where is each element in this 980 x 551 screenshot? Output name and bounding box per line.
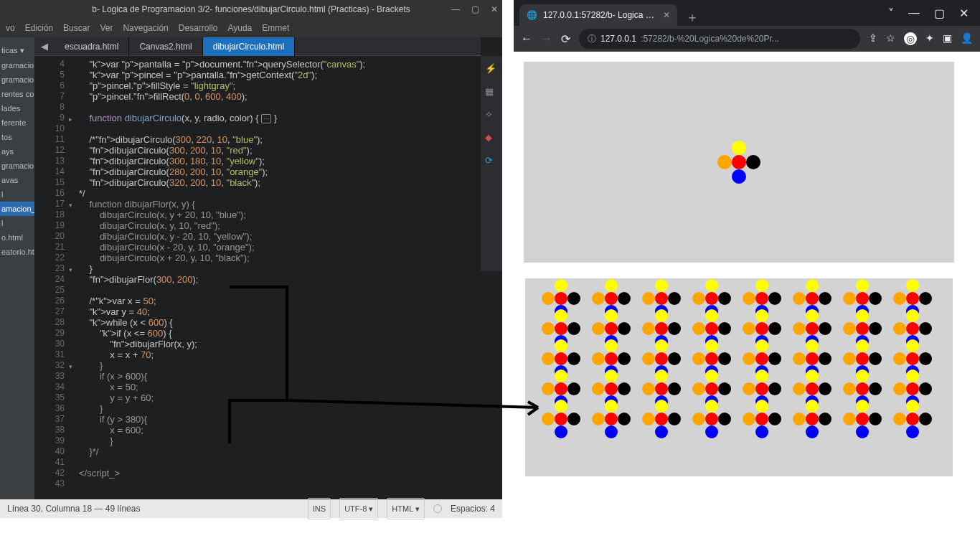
sidebar-item[interactable]: tos xyxy=(0,130,34,144)
maximize-icon[interactable]: ▢ xyxy=(471,0,479,19)
petal-red xyxy=(705,352,718,365)
reading-list-icon[interactable]: ▣ xyxy=(943,32,952,45)
petal-yellow xyxy=(856,369,869,382)
chrome-minimize-icon[interactable]: — xyxy=(908,6,920,19)
petal-red xyxy=(755,382,768,395)
menu-emmet[interactable]: Emmet xyxy=(262,19,289,37)
chrome-close-icon[interactable]: ✕ xyxy=(959,6,969,20)
petal-red xyxy=(605,352,618,365)
encoding[interactable]: UTF-8 ▾ xyxy=(339,498,378,519)
sidebar-item[interactable]: eatorio.ht xyxy=(0,245,34,259)
bookmark-icon[interactable]: ☆ xyxy=(886,32,895,45)
petal-yellow xyxy=(806,369,819,382)
forward-icon[interactable]: → xyxy=(541,32,552,45)
sidebar-item[interactable]: gramacio xyxy=(0,72,34,87)
tab-back-icon[interactable]: ◀ xyxy=(34,41,55,52)
live-preview-icon[interactable]: ⚡ xyxy=(485,63,498,76)
minimize-icon[interactable]: — xyxy=(451,0,460,19)
petal-yellow xyxy=(655,400,668,413)
menu-ver[interactable]: Ver xyxy=(100,19,113,37)
petal-orange xyxy=(692,382,705,395)
sidebar-item[interactable]: ferente xyxy=(0,116,34,130)
petal-orange xyxy=(642,352,655,365)
sidebar-item[interactable]: gramacio xyxy=(0,58,34,72)
petal-red xyxy=(806,352,819,365)
canvas-top xyxy=(524,62,954,263)
petal-yellow xyxy=(555,339,567,352)
address-bar[interactable]: ⓘ 127.0.0.1:57282/b-%20Logica%20de%20Pr.… xyxy=(579,29,860,49)
petal-orange xyxy=(793,382,806,395)
petal-black xyxy=(768,352,781,365)
sidebar-item[interactable]: l xyxy=(0,187,34,202)
petal-black xyxy=(668,382,681,395)
petal-black xyxy=(819,413,831,425)
reload-icon[interactable]: ⟳ xyxy=(561,32,570,46)
code-editor[interactable]: 456789▸1011121314151617▾181920212223▾242… xyxy=(34,56,502,499)
ins-mode[interactable]: INS xyxy=(308,498,331,519)
profile-icon[interactable]: 👤 xyxy=(961,32,973,45)
petal-yellow xyxy=(555,369,567,382)
petal-orange xyxy=(793,322,806,335)
sidebar-item[interactable]: avas xyxy=(0,173,34,187)
petal-black xyxy=(718,382,731,395)
petal-black xyxy=(869,352,882,365)
petal-orange xyxy=(793,292,806,305)
sidebar-item[interactable]: rentes co xyxy=(0,87,34,101)
petal-black xyxy=(567,413,580,425)
sidebar-item[interactable]: ticas ▾ xyxy=(0,43,34,58)
menu-navegación[interactable]: Navegación xyxy=(123,19,168,37)
petal-red xyxy=(705,382,718,395)
petal-yellow xyxy=(605,339,618,352)
reload-icon[interactable]: ⟳ xyxy=(485,155,498,168)
petal-yellow xyxy=(555,309,567,322)
chrome-maximize-icon[interactable]: ▢ xyxy=(934,6,945,20)
code-area[interactable]: "k">var "p">pantalla = "p">document."fn"… xyxy=(75,56,502,499)
chrome-tab[interactable]: 🌐 127.0.0.1:57282/b- Logica de Pro ✕ xyxy=(519,4,677,26)
chrome-tab-title: 127.0.0.1:57282/b- Logica de Pro xyxy=(543,10,657,20)
extensions-icon[interactable]: ✦ xyxy=(925,32,934,45)
sidebar-item[interactable]: gramacio xyxy=(0,159,34,173)
cursor-position: Línea 30, Columna 18 — 49 líneas xyxy=(7,499,299,518)
sidebar-item[interactable]: amacion_ xyxy=(0,202,34,216)
close-icon[interactable]: ✕ xyxy=(491,0,498,19)
sidebar-item[interactable]: lades xyxy=(0,101,34,116)
chrome-tabbar: 🌐 127.0.0.1:57282/b- Logica de Pro ✕ ＋ ˅… xyxy=(514,0,980,26)
menu-buscar[interactable]: Buscar xyxy=(63,19,90,37)
lint-icon[interactable]: ✧ xyxy=(485,109,498,122)
menu-ayuda[interactable]: Ayuda xyxy=(227,19,252,37)
editor-tab[interactable]: dibujarCirculo.html xyxy=(203,37,295,56)
extension-icon[interactable]: ▦ xyxy=(485,86,498,99)
petal-yellow xyxy=(705,369,718,382)
menu-desarrollo[interactable]: Desarrollo xyxy=(179,19,218,37)
site-info-icon[interactable]: ⓘ xyxy=(588,33,596,45)
petal-yellow xyxy=(906,279,919,292)
tab-close-icon[interactable]: ✕ xyxy=(663,10,670,20)
chrome-chevron-down-icon[interactable]: ˅ xyxy=(888,6,894,20)
petal-black xyxy=(668,352,681,365)
new-tab-icon[interactable]: ＋ xyxy=(677,9,707,26)
petal-red xyxy=(906,292,919,305)
indent-setting[interactable]: Espacios: 4 xyxy=(451,499,495,518)
sidebar-item[interactable]: o.html xyxy=(0,230,34,245)
sidebar-item[interactable]: ays xyxy=(0,144,34,159)
menu-vo[interactable]: vo xyxy=(6,19,15,37)
brackets-sidebar[interactable]: ticas ▾gramaciogramaciorentes coladesfer… xyxy=(0,37,34,499)
language-mode[interactable]: HTML ▾ xyxy=(387,498,425,519)
petal-yellow xyxy=(906,309,919,322)
sidebar-item[interactable]: l xyxy=(0,216,34,230)
menu-edición[interactable]: Edición xyxy=(25,19,53,37)
extension-badge-icon[interactable]: ◎ xyxy=(904,32,917,45)
editor-tab[interactable]: escuadra.html xyxy=(55,37,129,56)
petal-red xyxy=(906,382,919,395)
petal-orange xyxy=(542,352,555,365)
brackets-health-icon[interactable]: ◆ xyxy=(485,132,498,145)
back-icon[interactable]: ← xyxy=(521,32,532,45)
petal-yellow xyxy=(906,400,919,413)
petal-black xyxy=(869,413,882,425)
petal-black xyxy=(618,322,631,335)
share-icon[interactable]: ⇪ xyxy=(869,32,877,45)
editor-tab[interactable]: Canvas2.html xyxy=(129,37,202,56)
petal-orange xyxy=(542,322,555,335)
petal-red xyxy=(755,322,768,335)
petal-orange xyxy=(692,352,705,365)
